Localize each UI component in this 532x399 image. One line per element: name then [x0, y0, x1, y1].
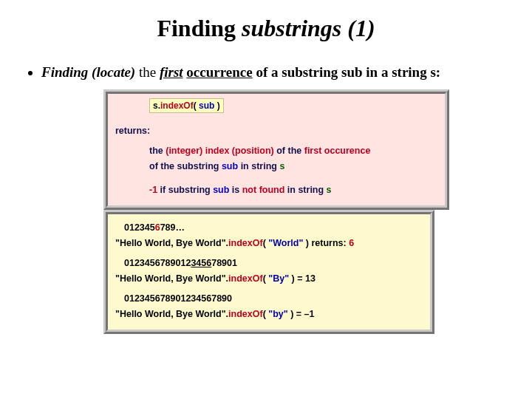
ex2-call: "Hello World, Bye World".indexOf( "By" )… [115, 273, 423, 285]
idx: 012345 [124, 222, 155, 233]
t: in string [238, 161, 279, 171]
bullet-sub: sub [341, 64, 363, 80]
t: the [149, 146, 166, 156]
ex-arg: "By" [266, 273, 292, 284]
idx: 0123456789012 [124, 258, 191, 268]
idx: 78901 [211, 258, 237, 268]
t: sub [222, 161, 238, 171]
idx-underline: 3456 [191, 258, 211, 268]
ex2-index: 0123456789012345678901 [115, 257, 423, 270]
definition-panel: s.indexOf( sub ) returns: the (integer) … [103, 89, 449, 211]
t: sub [213, 185, 229, 195]
panels: s.indexOf( sub ) returns: the (integer) … [24, 89, 508, 334]
bullet-lead: Finding (locate) [41, 64, 135, 80]
idx-hi: 6 [155, 222, 160, 233]
bullet-first: first [160, 64, 183, 80]
bullet-text: of a substring [253, 64, 341, 80]
ex-method: indexOf [228, 238, 263, 248]
ex-method: indexOf [228, 309, 263, 319]
def-line-3: -1 if substring sub is not found in stri… [115, 184, 437, 197]
examples-panel: 0123456789… "Hello World, Bye World".ind… [103, 210, 434, 333]
ex1-call: "Hello World, Bye World".indexOf( "World… [115, 237, 423, 250]
chip-method: indexOf [160, 100, 194, 111]
returns-label: returns: [115, 125, 437, 137]
t: in string [284, 185, 326, 195]
t: -1 [149, 185, 157, 195]
t: s [279, 161, 284, 171]
ex-method: indexOf [228, 273, 263, 284]
def-line-2: of the substring sub in string s [115, 160, 437, 173]
t: not found [242, 185, 285, 195]
t: first occurence [304, 146, 371, 156]
ex-str: "Hello World, Bye World" [115, 238, 226, 248]
ex1-index: 0123456789… [115, 222, 423, 234]
t: of the substring [149, 161, 222, 171]
page-title: Finding substrings (1) [24, 15, 508, 42]
p: ) = 13 [292, 273, 316, 284]
ex3-index: 012345678901234567890 [115, 293, 423, 305]
chip-arg: sub [199, 100, 214, 111]
t: s [327, 185, 332, 195]
slide: Finding substrings (1) Finding (locate) … [0, 0, 532, 334]
chip-paren-open: ( [194, 100, 199, 111]
idx: 012345678901234567890 [124, 293, 232, 304]
title-italic: substrings (1) [242, 15, 375, 41]
p: ) = –1 [290, 309, 314, 319]
ex-arg: "by" [266, 309, 290, 319]
chip-paren-close: ) [214, 100, 219, 111]
ex-value: 6 [349, 238, 354, 248]
ex-returns: returns: [311, 238, 349, 248]
ex-str: "Hello World, Bye World" [115, 273, 226, 284]
t: of the [274, 146, 304, 156]
bullet-occurrence: occurrence [186, 64, 252, 80]
bullet-s: s: [430, 64, 440, 80]
title-plain: Finding [157, 15, 242, 41]
bullet-item: Finding (locate) the first occurrence of… [41, 63, 508, 82]
t: (integer) index (position) [166, 146, 274, 156]
def-line-1: the (integer) index (position) of the fi… [115, 145, 437, 157]
t: if substring [157, 185, 213, 195]
bullet-text: the [135, 64, 160, 80]
chip-object: s. [153, 100, 160, 111]
code-chip-row: s.indexOf( sub ) [115, 98, 437, 117]
ex-str: "Hello World, Bye World" [115, 309, 226, 319]
code-chip: s.indexOf( sub ) [149, 98, 224, 113]
t: is [229, 185, 242, 195]
bullet-text: in a string [363, 64, 431, 80]
ex-arg: "World" [266, 238, 306, 248]
idx: 789… [160, 222, 185, 233]
ex3-call: "Hello World, Bye World".indexOf( "by" )… [115, 308, 423, 321]
bullet-list: Finding (locate) the first occurrence of… [24, 63, 508, 82]
